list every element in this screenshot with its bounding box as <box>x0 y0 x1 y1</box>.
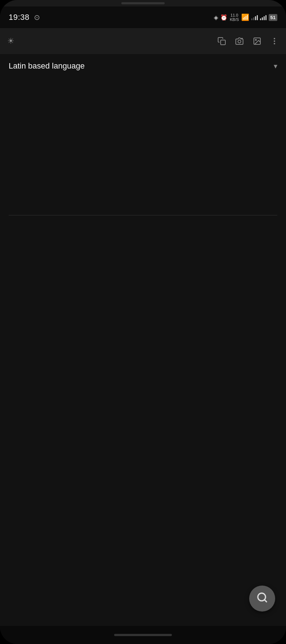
status-time: 19:38 <box>9 13 30 22</box>
language-section: Latin based language ▾ <box>0 54 286 78</box>
svg-line-10 <box>264 600 266 602</box>
svg-point-7 <box>274 40 275 42</box>
svg-point-5 <box>255 39 256 40</box>
toolbar: ☀ <box>0 28 286 54</box>
text-output-bottom <box>0 215 286 626</box>
camera-icon[interactable] <box>235 37 244 45</box>
language-dropdown[interactable]: Latin based language ▾ <box>9 61 277 71</box>
app-content: ☀ <box>0 28 286 626</box>
status-right: ◈ ⏰ 11.0 KB/S 📶 51 <box>214 13 277 22</box>
alarm-icon: ⏰ <box>220 14 228 21</box>
svg-point-6 <box>274 38 275 39</box>
top-pill <box>121 2 165 4</box>
signal-bars-1 <box>251 14 258 20</box>
whatsapp-icon: ⊙ <box>34 13 40 22</box>
water-drop-icon: ◈ <box>214 14 218 21</box>
phone-bottom-edge <box>0 626 286 644</box>
svg-rect-0 <box>221 40 225 45</box>
text-input-top[interactable] <box>0 78 286 215</box>
network-speed: 11.0 KB/S <box>230 13 239 22</box>
brightness-icon[interactable]: ☀ <box>7 36 14 46</box>
svg-rect-3 <box>241 38 243 39</box>
more-options-icon[interactable] <box>270 37 279 45</box>
phone-frame: 19:38 ⊙ ◈ ⏰ 11.0 KB/S 📶 <box>0 0 286 644</box>
toolbar-left: ☀ <box>7 36 14 46</box>
copy-icon[interactable] <box>217 37 226 45</box>
wifi-icon: 📶 <box>241 13 249 21</box>
language-label: Latin based language <box>9 61 84 71</box>
search-fab-button[interactable] <box>249 586 275 612</box>
svg-point-8 <box>274 43 275 44</box>
toolbar-right <box>217 37 279 45</box>
signal-bars-2 <box>260 14 266 20</box>
image-icon[interactable] <box>253 37 261 45</box>
chevron-down-icon: ▾ <box>274 62 277 70</box>
svg-point-1 <box>238 40 241 43</box>
search-fab-icon <box>256 592 268 606</box>
status-left: 19:38 ⊙ <box>9 13 40 22</box>
home-bar <box>114 634 172 636</box>
phone-top-edge <box>0 0 286 6</box>
status-bar: 19:38 ⊙ ◈ ⏰ 11.0 KB/S 📶 <box>0 6 286 28</box>
battery-indicator: 51 <box>269 14 277 21</box>
